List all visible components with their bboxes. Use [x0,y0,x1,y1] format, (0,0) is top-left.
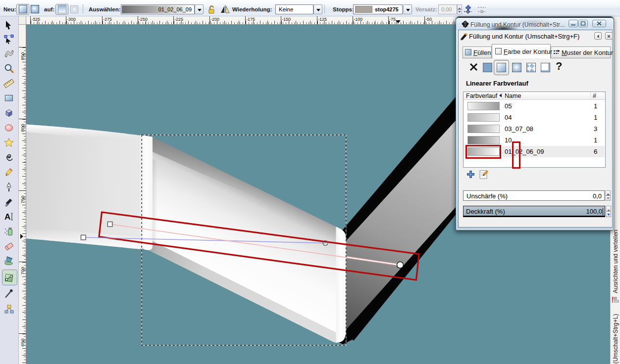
svg-text:A: A [4,212,10,222]
